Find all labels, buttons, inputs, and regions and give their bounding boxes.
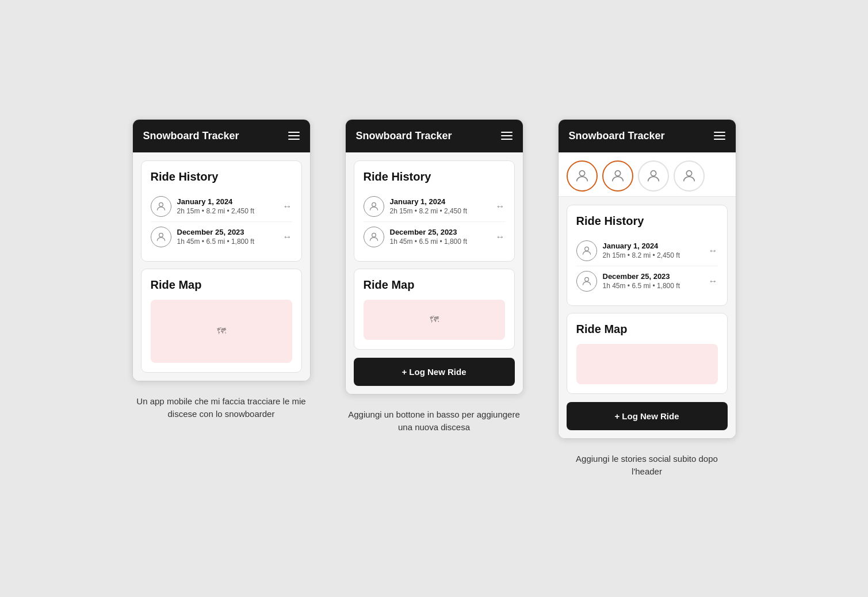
arrow-icon-1-1: ↔ — [283, 201, 292, 212]
ride-history-title-3: Ride History — [576, 215, 718, 228]
caption-1: Un app mobile che mi faccia tracciare le… — [135, 395, 308, 421]
ride-map-title-1: Ride Map — [151, 278, 292, 292]
screens-row: Snowboard Tracker Ride History Januar — [132, 119, 736, 479]
avatar-3-1 — [576, 240, 597, 261]
ride-info-1-2: December 25, 2023 1h 45m • 6.5 mi • 1,80… — [177, 228, 277, 246]
svg-point-5 — [615, 170, 620, 175]
map-placeholder-2: 🗺 — [364, 300, 505, 340]
avatar-2-1 — [364, 196, 384, 217]
phone-header-1: Snowboard Tracker — [133, 120, 310, 152]
ride-info-2-2: December 25, 2023 1h 45m • 6.5 mi • 1,80… — [390, 228, 490, 246]
screen-col-3: Snowboard Tracker — [558, 119, 736, 479]
ride-map-title-2: Ride Map — [364, 278, 505, 292]
phone-header-2: Snowboard Tracker — [346, 120, 523, 152]
ride-stats-2-2: 1h 45m • 6.5 mi • 1,800 ft — [390, 238, 490, 246]
caption-3: Aggiungi le stories social subito dopo l… — [561, 453, 733, 479]
ride-stats-1-2: 1h 45m • 6.5 mi • 1,800 ft — [177, 238, 277, 246]
story-avatar-4[interactable] — [674, 160, 705, 192]
log-button-wrapper-2: + Log New Ride — [346, 358, 523, 394]
svg-point-3 — [372, 233, 376, 237]
hamburger-menu-1[interactable] — [288, 132, 300, 140]
arrow-icon-2-2: ↔ — [496, 232, 505, 242]
ride-history-title-1: Ride History — [151, 170, 292, 183]
ride-stats-3-2: 1h 45m • 6.5 mi • 1,800 ft — [603, 282, 703, 290]
phone-frame-1: Snowboard Tracker Ride History Januar — [132, 119, 311, 381]
caption-2: Aggiungi un bottone in basso per aggiung… — [348, 408, 521, 434]
phone-header-3: Snowboard Tracker — [559, 120, 736, 152]
map-placeholder-3 — [576, 344, 718, 384]
story-avatar-2[interactable] — [602, 160, 633, 192]
svg-point-4 — [579, 170, 584, 175]
ride-history-card-1: Ride History January 1, 2024 2h 15m • 8.… — [141, 160, 302, 262]
svg-point-2 — [372, 202, 376, 206]
phone-frame-2: Snowboard Tracker Ride History Januar — [345, 119, 523, 395]
ride-date-2-1: January 1, 2024 — [390, 197, 490, 206]
ride-date-3-1: January 1, 2024 — [603, 242, 703, 250]
app-title-2: Snowboard Tracker — [356, 130, 452, 142]
arrow-icon-2-1: ↔ — [496, 201, 505, 212]
ride-date-1-2: December 25, 2023 — [177, 228, 277, 236]
ride-item-2-2[interactable]: December 25, 2023 1h 45m • 6.5 mi • 1,80… — [364, 221, 505, 252]
phone-body-2: Ride History January 1, 2024 2h 15m • 8.… — [346, 152, 523, 358]
ride-map-card-2: Ride Map 🗺 — [354, 269, 515, 350]
ride-info-1-1: January 1, 2024 2h 15m • 8.2 mi • 2,450 … — [177, 197, 277, 215]
avatar-3-2 — [576, 271, 597, 292]
ride-map-card-1: Ride Map 🗺 — [141, 269, 302, 373]
ride-info-3-1: January 1, 2024 2h 15m • 8.2 mi • 2,450 … — [603, 242, 703, 259]
ride-date-3-2: December 25, 2023 — [603, 272, 703, 281]
hamburger-menu-2[interactable] — [501, 132, 513, 140]
map-icon-1: 🗺 — [217, 326, 226, 336]
ride-date-1-1: January 1, 2024 — [177, 197, 277, 206]
ride-item-1-2[interactable]: December 25, 2023 1h 45m • 6.5 mi • 1,80… — [151, 221, 292, 252]
arrow-icon-3-1: ↔ — [709, 246, 718, 256]
log-new-ride-button-3[interactable]: + Log New Ride — [567, 402, 728, 430]
app-title-3: Snowboard Tracker — [569, 130, 665, 142]
ride-history-card-3: Ride History January 1, 2024 2h 15m • 8.… — [567, 205, 728, 306]
ride-history-card-2: Ride History January 1, 2024 2h 15m • 8.… — [354, 160, 515, 262]
svg-point-6 — [651, 170, 656, 175]
avatar-2-2 — [364, 227, 384, 247]
app-title-1: Snowboard Tracker — [143, 130, 239, 142]
svg-point-1 — [159, 233, 163, 237]
story-avatar-3[interactable] — [638, 160, 669, 192]
log-button-wrapper-3: + Log New Ride — [559, 402, 736, 438]
ride-map-title-3: Ride Map — [576, 323, 718, 336]
arrow-icon-3-2: ↔ — [709, 276, 718, 286]
ride-info-2-1: January 1, 2024 2h 15m • 8.2 mi • 2,450 … — [390, 197, 490, 215]
log-new-ride-button-2[interactable]: + Log New Ride — [354, 358, 515, 386]
map-placeholder-1: 🗺 — [151, 300, 292, 363]
screen-col-2: Snowboard Tracker Ride History Januar — [345, 119, 523, 434]
ride-stats-1-1: 2h 15m • 8.2 mi • 2,450 ft — [177, 207, 277, 215]
ride-item-1-1[interactable]: January 1, 2024 2h 15m • 8.2 mi • 2,450 … — [151, 192, 292, 221]
stories-row — [559, 152, 736, 197]
phone-body-3: Ride History January 1, 2024 2h 15m • 8.… — [559, 197, 736, 402]
svg-point-0 — [159, 202, 163, 206]
ride-stats-2-1: 2h 15m • 8.2 mi • 2,450 ft — [390, 207, 490, 215]
ride-item-3-1[interactable]: January 1, 2024 2h 15m • 8.2 mi • 2,450 … — [576, 236, 718, 266]
ride-history-title-2: Ride History — [364, 170, 505, 183]
phone-body-1: Ride History January 1, 2024 2h 15m • 8.… — [133, 152, 310, 381]
ride-map-card-3: Ride Map — [567, 313, 728, 394]
avatar-1-2 — [151, 227, 171, 247]
ride-item-2-1[interactable]: January 1, 2024 2h 15m • 8.2 mi • 2,450 … — [364, 192, 505, 221]
svg-point-8 — [584, 247, 588, 251]
ride-stats-3-1: 2h 15m • 8.2 mi • 2,450 ft — [603, 251, 703, 259]
map-icon-2: 🗺 — [430, 315, 439, 325]
phone-frame-3: Snowboard Tracker — [558, 119, 736, 439]
ride-item-3-2[interactable]: December 25, 2023 1h 45m • 6.5 mi • 1,80… — [576, 266, 718, 296]
svg-point-9 — [584, 277, 588, 281]
ride-info-3-2: December 25, 2023 1h 45m • 6.5 mi • 1,80… — [603, 272, 703, 290]
avatar-1-1 — [151, 196, 171, 217]
screen-col-1: Snowboard Tracker Ride History Januar — [132, 119, 311, 421]
arrow-icon-1-2: ↔ — [283, 232, 292, 242]
story-avatar-1[interactable] — [567, 160, 598, 192]
svg-point-7 — [686, 170, 691, 175]
hamburger-menu-3[interactable] — [714, 132, 725, 140]
ride-date-2-2: December 25, 2023 — [390, 228, 490, 236]
